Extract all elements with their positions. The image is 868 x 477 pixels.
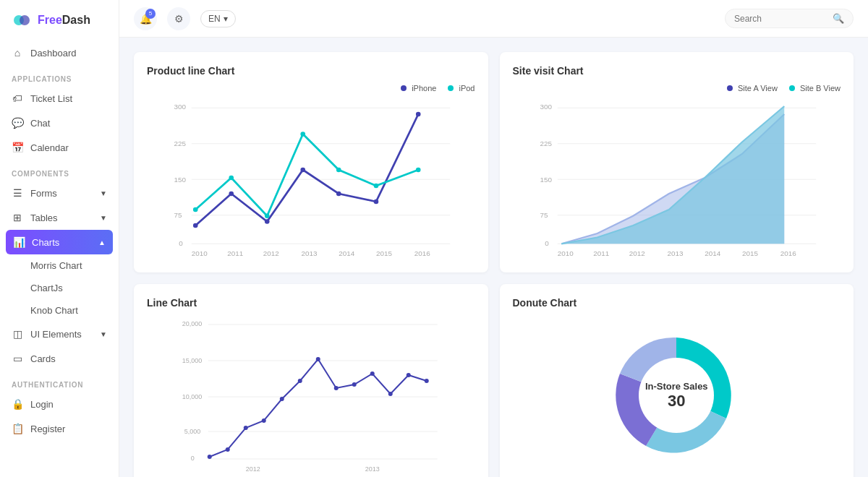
ticket-icon: 🏷 [12,93,23,104]
svg-point-26 [193,207,198,212]
svg-text:150: 150 [540,176,552,184]
svg-point-22 [300,168,305,173]
charts-chevron: ▲ [98,239,106,246]
svg-point-21 [265,219,270,224]
svg-text:2014: 2014 [339,249,355,257]
search-bar: 🔍 [725,9,854,28]
sidebar-item-chat[interactable]: 💬 Chat [0,111,119,135]
svg-text:0: 0 [545,239,549,247]
svg-point-75 [407,373,411,377]
product-line-chart-card: Product line Chart iPhone iPod 3 [134,52,488,272]
sidebar-item-ticket-list[interactable]: 🏷 Ticket List [0,86,119,111]
svg-point-71 [334,386,339,390]
search-input[interactable] [734,14,828,24]
svg-text:2012: 2012 [246,465,260,473]
legend-dot-ipod [448,85,454,91]
content-area: 🔔 5 ⚙ EN ▾ 🔍 Product line Chart [119,0,868,477]
svg-point-68 [280,397,284,401]
main-content: Product line Chart iPhone iPod 3 [119,38,868,477]
sidebar-item-forms[interactable]: ☰ Forms ▼ [0,181,119,205]
line-chart-title: Line Chart [147,297,475,309]
login-icon: 🔒 [12,398,23,410]
svg-point-32 [416,168,421,173]
svg-text:2016: 2016 [414,249,431,257]
sidebar-item-charts[interactable]: 📊 Charts ▲ [6,230,113,254]
sidebar-subitem-knob[interactable]: Knob Chart [0,299,119,322]
sidebar-item-calendar[interactable]: 📅 Calendar [0,135,119,160]
tables-chevron: ▼ [100,214,107,222]
site-visit-chart-title: Site visit Chart [513,65,841,77]
sidebar: FreeDash ⌂ Dashboard APPLICATIONS 🏷 Tick… [0,0,119,477]
donut-wrap: In-Store Sales 30 [611,330,741,460]
chat-icon: 💬 [12,117,23,129]
legend-iphone: iPhone [401,84,436,93]
sidebar-subitem-morris[interactable]: Morris Chart [0,254,119,277]
sidebar-item-register[interactable]: 📋 Register [0,416,119,441]
svg-text:2015: 2015 [741,249,758,257]
svg-text:10,000: 10,000 [182,393,203,400]
svg-text:150: 150 [174,176,187,184]
svg-text:0: 0 [191,455,195,462]
donut-chart-title: Donute Chart [513,297,841,309]
svg-text:225: 225 [540,139,552,147]
topbar: 🔔 5 ⚙ EN ▾ 🔍 [119,0,868,38]
forms-icon: ☰ [12,187,23,199]
svg-text:2014: 2014 [705,249,721,257]
legend-ipod: iPod [448,84,475,93]
svg-point-65 [226,447,230,452]
svg-text:2010: 2010 [192,249,208,257]
svg-text:5,000: 5,000 [184,428,201,435]
sidebar-item-dashboard[interactable]: ⌂ Dashboard [0,40,119,65]
svg-text:225: 225 [174,139,187,147]
sidebar-item-tables[interactable]: ⊞ Tables ▼ [0,205,119,230]
charts-submenu: Morris Chart ChartJs Knob Chart [0,254,119,322]
svg-text:15,000: 15,000 [182,357,203,364]
svg-text:2012: 2012 [629,249,644,257]
home-icon: ⌂ [12,47,23,59]
svg-marker-51 [561,106,784,244]
svg-point-31 [374,184,379,189]
donut-chart-card: Donute Chart [500,284,854,477]
legend-dot-iphone [401,85,407,91]
chevron-down-icon: ▾ [224,14,228,24]
product-line-chart-title: Product line Chart [147,65,475,77]
logo-text: FreeDash [38,14,90,27]
svg-point-72 [352,382,357,387]
charts-icon: 📊 [13,236,25,248]
site-visit-svg: 300 225 150 75 0 2010 2011 [513,98,841,257]
donut-container: In-Store Sales 30 [513,316,841,475]
line-chart-svg: 20,000 15,000 10,000 5,000 0 2012 201 [147,316,475,475]
product-line-svg: 300 225 150 75 0 2010 2011 [147,98,475,257]
notifications-button[interactable]: 🔔 5 [134,7,157,30]
settings-button[interactable]: ⚙ [167,7,190,30]
section-applications: APPLICATIONS [0,65,119,86]
svg-point-28 [265,214,270,219]
site-visit-chart-card: Site visit Chart Site A View Site B View [500,52,854,272]
svg-text:2012: 2012 [263,249,279,257]
svg-text:20,000: 20,000 [182,320,203,327]
forms-chevron: ▼ [100,189,107,197]
svg-text:2013: 2013 [365,465,380,473]
sidebar-item-cards[interactable]: ▭ Cards [0,346,119,371]
svg-point-76 [425,379,429,383]
svg-point-67 [262,418,266,423]
sidebar-item-login[interactable]: 🔒 Login [0,392,119,416]
register-icon: 📋 [12,423,23,434]
svg-text:2015: 2015 [376,249,393,257]
section-authentication: AUTHENTICATION [0,371,119,392]
donut-label: In-Store Sales 30 [645,381,708,411]
svg-text:2013: 2013 [667,249,684,257]
calendar-icon: 📅 [12,142,23,153]
svg-point-1 [20,15,30,25]
svg-point-29 [300,132,305,137]
sidebar-item-ui-elements[interactable]: ◫ UI Elements ▼ [0,322,119,346]
language-selector[interactable]: EN ▾ [200,10,236,27]
product-line-legend: iPhone iPod [147,84,475,93]
sidebar-subitem-chartjs[interactable]: ChartJs [0,277,119,299]
svg-text:2010: 2010 [557,249,574,257]
section-components: COMPONENTS [0,160,119,181]
tables-icon: ⊞ [12,212,23,223]
cards-icon: ▭ [12,353,23,364]
svg-point-23 [336,192,341,197]
svg-point-19 [193,223,198,228]
